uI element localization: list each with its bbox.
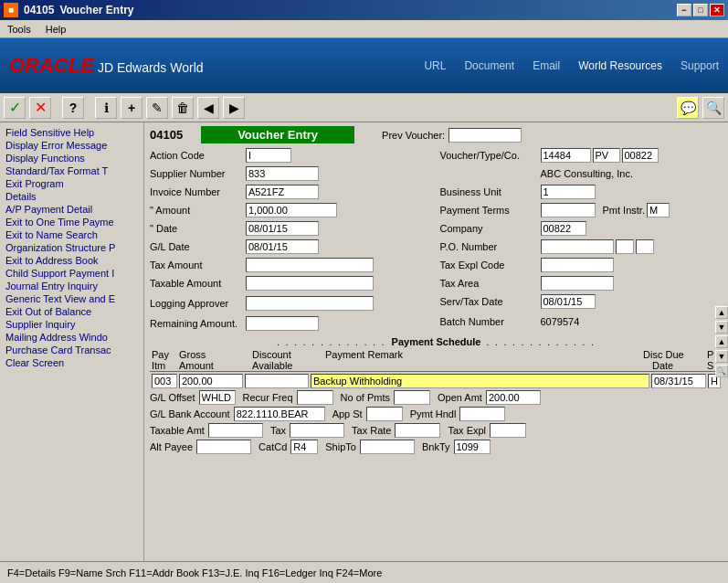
sidebar-exit-address[interactable]: Exit to Address Book xyxy=(5,254,142,267)
pymt-hndl-input[interactable] xyxy=(459,407,505,421)
nav-url[interactable]: URL xyxy=(424,59,446,72)
alt-payee-input[interactable] xyxy=(196,440,251,454)
toolbar-chat[interactable]: 💬 xyxy=(677,97,699,119)
backup-withholding-input[interactable] xyxy=(311,374,649,388)
business-unit-input[interactable] xyxy=(541,185,596,199)
logging-approver-input[interactable] xyxy=(246,296,374,311)
toolbar: ✓ ✕ ? ℹ + ✎ 🗑 ◀ ▶ 💬 🔍 xyxy=(0,93,728,122)
alt-payee-label: Alt Payee xyxy=(150,441,193,452)
minimize-button[interactable]: − xyxy=(677,4,691,16)
po-number-input[interactable] xyxy=(541,239,614,254)
sidebar-ap-payment[interactable]: A/P Payment Detail xyxy=(5,203,142,216)
prev-voucher-label: Prev Voucher: xyxy=(382,130,445,141)
recur-freq-input[interactable] xyxy=(297,390,333,405)
sidebar-org-structure[interactable]: Organization Structure P xyxy=(5,241,142,254)
remaining-amount-input[interactable] xyxy=(246,316,319,331)
toolbar-prev[interactable]: ◀ xyxy=(197,97,219,119)
sidebar-exit-name-search[interactable]: Exit to Name Search xyxy=(5,228,142,241)
sched-discount-input[interactable] xyxy=(245,374,309,388)
sidebar-generic-text[interactable]: Generic Text View and E xyxy=(5,292,142,305)
sidebar-child-support[interactable]: Child Support Payment I xyxy=(5,267,142,280)
taxable-amt-input[interactable] xyxy=(208,423,263,438)
tax-rate-input[interactable] xyxy=(395,423,440,438)
date-input[interactable] xyxy=(246,221,319,236)
sidebar-exit-out-of-balance[interactable]: Exit Out of Balance xyxy=(5,305,142,318)
sched-amount-input[interactable] xyxy=(179,374,243,388)
company-input[interactable] xyxy=(541,221,586,236)
toolbar-delete[interactable]: 🗑 xyxy=(172,97,194,119)
scroll-up-green[interactable]: ▲ xyxy=(715,306,728,319)
action-code-input[interactable] xyxy=(246,148,291,163)
toolbar-search[interactable]: 🔍 xyxy=(702,97,724,119)
toolbar-add[interactable]: + xyxy=(121,97,142,119)
gl-date-input[interactable] xyxy=(246,239,319,254)
sidebar-journal-entry[interactable]: Journal Entry Inquiry xyxy=(5,280,142,292)
tax-expl-gl-input[interactable] xyxy=(490,423,526,438)
sidebar-field-sensitive-help[interactable]: Field Sensitive Help xyxy=(5,126,142,139)
invoice-number-input[interactable] xyxy=(246,185,319,199)
batch-number-value: 6079574 xyxy=(541,316,580,327)
dots-right: . . . . . . . . . . . . . xyxy=(486,337,595,347)
supplier-number-input[interactable] xyxy=(246,166,319,181)
bnkty-input[interactable] xyxy=(454,440,491,454)
date-label: " Date xyxy=(150,223,246,234)
voucher-type-input[interactable] xyxy=(541,148,591,163)
open-amt-label: Open Amt xyxy=(438,392,482,403)
scroll-down-blue[interactable]: ▼ xyxy=(715,350,728,363)
scroll-down-green[interactable]: ▼ xyxy=(715,321,728,334)
toolbar-help[interactable]: ? xyxy=(62,97,84,119)
maximize-button[interactable]: □ xyxy=(693,4,708,16)
menu-tools[interactable]: Tools xyxy=(0,22,38,37)
sidebar-display-error[interactable]: Display Error Message xyxy=(5,139,142,152)
toolbar-info[interactable]: ℹ xyxy=(95,97,117,119)
tax-area-input[interactable] xyxy=(541,276,614,291)
sidebar-clear-screen[interactable]: Clear Screen xyxy=(5,356,142,369)
no-pmts-input[interactable] xyxy=(394,390,430,405)
sidebar-display-functions[interactable]: Display Functions xyxy=(5,152,142,164)
tax-amount-input[interactable] xyxy=(246,258,374,272)
menu-help[interactable]: Help xyxy=(38,22,74,37)
sidebar-details[interactable]: Details xyxy=(5,190,142,203)
sidebar-standard-tax[interactable]: Standard/Tax Format T xyxy=(5,164,142,177)
pmt-instr-input[interactable] xyxy=(647,203,670,217)
toolbar-check[interactable]: ✓ xyxy=(4,97,26,119)
nav-support[interactable]: Support xyxy=(681,59,719,72)
action-code-label: Action Code xyxy=(150,150,246,161)
toolbar-edit[interactable]: ✎ xyxy=(146,97,168,119)
sidebar-mailing-address[interactable]: Mailing Address Windo xyxy=(5,331,142,344)
voucher-type2-input[interactable] xyxy=(593,148,620,163)
catcd-input[interactable] xyxy=(290,440,318,454)
menu-bar: Tools Help xyxy=(0,20,728,38)
app-st-input[interactable] xyxy=(366,407,403,421)
sched-itm-input[interactable] xyxy=(152,374,177,388)
gl-bank-input[interactable] xyxy=(234,407,325,421)
gl-offset-input[interactable] xyxy=(199,390,236,405)
pay-header: Pay xyxy=(152,349,179,360)
close-button[interactable]: ✕ xyxy=(710,4,724,16)
toolbar-cancel[interactable]: ✕ xyxy=(29,97,51,119)
disc-due-date-input[interactable] xyxy=(651,374,706,388)
sidebar-supplier-inquiry[interactable]: Supplier Inquiry xyxy=(5,318,142,331)
prev-voucher-input[interactable] xyxy=(448,128,522,143)
taxable-amount-input[interactable] xyxy=(246,276,374,291)
tax-expl-gl-label: Tax Expl xyxy=(448,425,486,436)
scroll-up-blue[interactable]: ▲ xyxy=(715,335,728,348)
toolbar-next[interactable]: ▶ xyxy=(223,97,245,119)
po-number-extra1[interactable] xyxy=(616,239,634,254)
nav-world-resources[interactable]: World Resources xyxy=(578,59,662,72)
payment-terms-input[interactable] xyxy=(541,203,596,217)
shipto-input[interactable] xyxy=(360,440,415,454)
tax-expl-input[interactable] xyxy=(541,258,614,272)
serv-tax-date-input[interactable] xyxy=(541,294,596,309)
po-number-extra2[interactable] xyxy=(636,239,654,254)
sidebar-exit-one-time[interactable]: Exit to One Time Payme xyxy=(5,216,142,228)
zoom-button[interactable]: 🔍 xyxy=(715,365,728,377)
sidebar-exit-program[interactable]: Exit Program xyxy=(5,177,142,190)
tax-input[interactable] xyxy=(290,423,344,438)
open-amt-input[interactable] xyxy=(486,390,541,405)
nav-email[interactable]: Email xyxy=(533,59,560,72)
amount-input[interactable] xyxy=(246,203,337,217)
sidebar-purchase-card[interactable]: Purchase Card Transac xyxy=(5,344,142,356)
nav-document[interactable]: Document xyxy=(464,59,514,72)
voucher-co-input[interactable] xyxy=(622,148,659,163)
